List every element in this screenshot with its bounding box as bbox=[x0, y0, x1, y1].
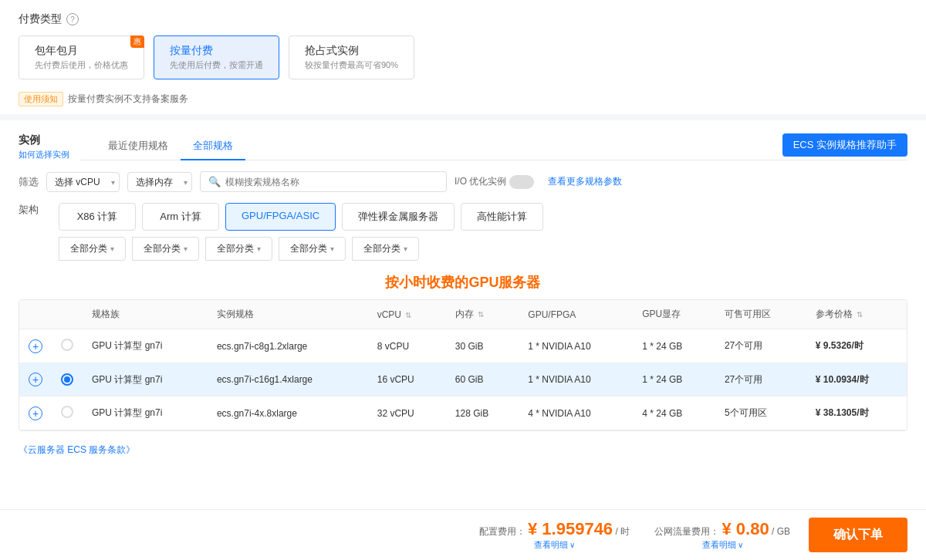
td-gpu-mem-1: 1 * 24 GB bbox=[633, 329, 715, 363]
th-expand bbox=[19, 300, 52, 329]
instance-table: 规格族 实例规格 vCPU ⇅ 内存 ⇅ bbox=[19, 300, 907, 430]
caret-icon-5: ▾ bbox=[404, 245, 407, 253]
recommend-btn[interactable]: ECS 实例规格推荐助手 bbox=[782, 133, 907, 157]
expand-icon-3[interactable]: + bbox=[29, 407, 42, 420]
config-fee-item: 配置费用： ¥ 1.959746 / 时 查看明细 ∨ bbox=[479, 519, 630, 551]
memory-select[interactable]: 选择内存 bbox=[127, 172, 192, 192]
search-input[interactable] bbox=[225, 177, 438, 187]
filter-label: 筛选 bbox=[19, 175, 39, 189]
subtab-bare-all[interactable]: 全部分类 ▾ bbox=[279, 237, 346, 261]
arch-subtabs-row: 全部分类 ▾ 全部分类 ▾ 全部分类 ▾ bbox=[59, 237, 907, 261]
discount-badge: 惠 bbox=[130, 35, 144, 48]
td-gpu-1: 1 * NVIDIA A10 bbox=[519, 329, 633, 363]
help-icon[interactable]: ? bbox=[66, 13, 79, 25]
caret-icon: ▾ bbox=[110, 245, 114, 253]
radio-btn-row3[interactable] bbox=[61, 406, 73, 418]
expand-col-3[interactable]: + bbox=[19, 396, 52, 430]
arch-tab-gpu[interactable]: GPU/FPGA/ASIC bbox=[225, 203, 336, 231]
payment-option-spot[interactable]: 抢占式实例 较按量付费最高可省90% bbox=[289, 35, 414, 79]
monthly-desc: 先付费后使用，价格优惠 bbox=[35, 59, 128, 71]
config-fee-link[interactable]: 查看明细 bbox=[534, 539, 568, 551]
caret-icon-3: ▾ bbox=[257, 245, 261, 253]
subtabs-hpc: 全部分类 ▾ bbox=[352, 237, 419, 261]
table-row[interactable]: + GPU 计算型 gn7i ecs.gn7i-c8g1.2xlarge 8 v… bbox=[19, 329, 907, 363]
radio-col-2[interactable] bbox=[52, 363, 83, 396]
payment-option-hourly[interactable]: 按量付费 先使用后付费，按需开通 bbox=[154, 35, 279, 79]
td-gpu-2: 1 * NVIDIA A10 bbox=[519, 363, 633, 396]
arch-tabs-wrapper: X86 计算 Arm 计算 GPU/FPGA/ASIC 弹性裸金属服务器 高性能… bbox=[59, 203, 907, 261]
subtabs-x86: 全部分类 ▾ bbox=[59, 237, 126, 261]
config-fee-link-row: 查看明细 ∨ bbox=[534, 539, 575, 551]
table-row[interactable]: + GPU 计算型 gn7i ecs.gn7i-c16g1.4xlarge 16… bbox=[19, 363, 907, 396]
subtab-hpc-all[interactable]: 全部分类 ▾ bbox=[352, 237, 419, 261]
th-available: 可售可用区 bbox=[715, 300, 806, 329]
tab-all[interactable]: 全部规格 bbox=[181, 133, 245, 160]
arch-container: 架构 X86 计算 Arm 计算 GPU/FPGA/ASIC 弹性裸金属服务器 … bbox=[19, 203, 907, 261]
caret-icon-4: ▾ bbox=[330, 245, 334, 253]
tab-recent[interactable]: 最近使用规格 bbox=[96, 133, 181, 160]
th-spec[interactable]: 实例规格 bbox=[208, 300, 368, 329]
subtab-x86-all[interactable]: 全部分类 ▾ bbox=[59, 237, 126, 261]
more-params-link[interactable]: 查看更多规格参数 bbox=[548, 175, 622, 188]
subtab-arm-all[interactable]: 全部分类 ▾ bbox=[132, 237, 199, 261]
td-spec-1: ecs.gn7i-c8g1.2xlarge bbox=[208, 329, 368, 363]
arch-tab-bare[interactable]: 弹性裸金属服务器 bbox=[342, 203, 455, 231]
sort-icon-price: ⇅ bbox=[857, 310, 863, 319]
gpu-banner: 按小时收费的GPU服务器 bbox=[19, 267, 907, 299]
payment-options: 惠 包年包月 先付费后使用，价格优惠 按量付费 先使用后付费，按需开通 抢占式实… bbox=[19, 35, 907, 79]
arch-tab-arm[interactable]: Arm 计算 bbox=[142, 203, 219, 231]
td-available-2: 27个可用 bbox=[715, 363, 806, 396]
td-vcpu-2: 16 vCPU bbox=[368, 363, 446, 396]
td-vcpu-1: 8 vCPU bbox=[368, 329, 446, 363]
arch-tab-x86[interactable]: X86 计算 bbox=[59, 203, 136, 231]
subtabs-arm: 全部分类 ▾ bbox=[132, 237, 199, 261]
td-spec-3: ecs.gn7i-4x.8xlarge bbox=[208, 396, 368, 430]
radio-btn-row1[interactable] bbox=[61, 339, 73, 351]
spot-desc: 较按量付费最高可省90% bbox=[305, 59, 398, 71]
td-name-3: GPU 计算型 gn7i bbox=[83, 396, 208, 430]
io-toggle[interactable] bbox=[509, 175, 534, 189]
th-name[interactable]: 规格族 bbox=[83, 300, 208, 329]
th-memory[interactable]: 内存 ⇅ bbox=[446, 300, 519, 329]
payment-option-monthly[interactable]: 惠 包年包月 先付费后使用，价格优惠 bbox=[19, 35, 144, 79]
terms-wrapper: 《云服务器 ECS 服务条款》 bbox=[19, 431, 907, 469]
hourly-title: 按量付费 bbox=[170, 44, 263, 58]
io-label: I/O 优化实例 bbox=[455, 175, 534, 189]
expand-icon-2[interactable]: + bbox=[29, 373, 42, 386]
payment-type-text: 付费类型 bbox=[19, 12, 62, 26]
radio-btn-row2[interactable] bbox=[61, 373, 73, 386]
terms-link[interactable]: 《云服务器 ECS 服务条款》 bbox=[19, 437, 135, 463]
traffic-fee-item: 公网流量费用： ¥ 0.80 / GB 查看明细 ∨ bbox=[654, 519, 790, 551]
td-price-2: ¥ 10.0934/时 bbox=[806, 363, 907, 396]
th-gpu-mem: GPU显存 bbox=[633, 300, 715, 329]
subtabs-bare: 全部分类 ▾ bbox=[279, 237, 346, 261]
th-radio bbox=[52, 300, 83, 329]
subtab-gpu-all[interactable]: 全部分类 ▾ bbox=[205, 237, 272, 261]
config-fee-label-text: 配置费用： ¥ 1.959746 / 时 bbox=[479, 519, 630, 539]
confirm-order-btn[interactable]: 确认下单 bbox=[809, 518, 907, 552]
instance-subtitle[interactable]: 如何选择实例 bbox=[19, 149, 80, 160]
expand-col[interactable]: + bbox=[19, 329, 52, 363]
th-vcpu[interactable]: vCPU ⇅ bbox=[368, 300, 446, 329]
td-name-1: GPU 计算型 gn7i bbox=[83, 329, 208, 363]
td-memory-3: 128 GiB bbox=[446, 396, 519, 430]
arch-tab-hpc[interactable]: 高性能计算 bbox=[461, 203, 543, 231]
table-row[interactable]: + GPU 计算型 gn7i ecs.gn7i-4x.8xlarge 32 vC… bbox=[19, 396, 907, 430]
arch-label: 架构 bbox=[19, 203, 49, 217]
footer-bar: 配置费用： ¥ 1.959746 / 时 查看明细 ∨ 公网流量费用： ¥ 0.… bbox=[0, 509, 926, 560]
sort-icon-memory: ⇅ bbox=[478, 310, 484, 319]
traffic-fee-label-text: 公网流量费用： ¥ 0.80 / GB bbox=[654, 519, 790, 539]
td-gpu-mem-2: 1 * 24 GB bbox=[633, 363, 715, 396]
radio-col-3[interactable] bbox=[52, 396, 83, 430]
th-price[interactable]: 参考价格 ⇅ bbox=[806, 300, 907, 329]
traffic-fee-link[interactable]: 查看明细 bbox=[702, 539, 736, 551]
payment-label: 付费类型 ? bbox=[19, 12, 907, 26]
radio-col[interactable] bbox=[52, 329, 83, 363]
expand-col-2[interactable]: + bbox=[19, 363, 52, 396]
vcpu-select[interactable]: 选择 vCPU bbox=[46, 172, 120, 192]
monthly-title: 包年包月 bbox=[35, 44, 128, 58]
vcpu-select-wrapper: 选择 vCPU bbox=[46, 172, 120, 192]
config-fee-caret: ∨ bbox=[569, 541, 575, 549]
expand-icon[interactable]: + bbox=[29, 339, 42, 353]
td-gpu-3: 4 * NVIDIA A10 bbox=[519, 396, 633, 430]
